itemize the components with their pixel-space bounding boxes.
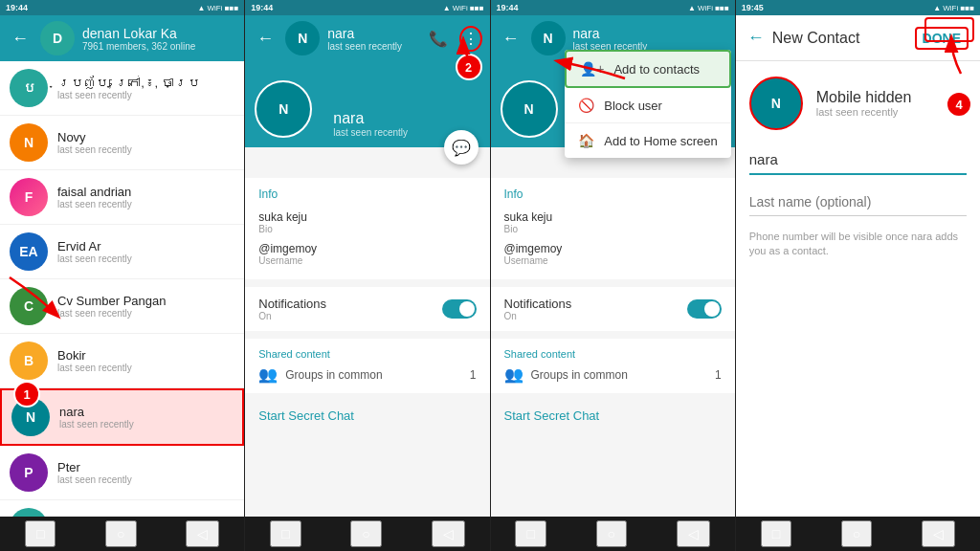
list-item[interactable]: P Pter last seen recently [0, 446, 244, 500]
more-button[interactable]: ⋮ [459, 26, 482, 52]
list-item[interactable]: C Cv Sumber Pangan last seen recently [0, 279, 244, 334]
bio-row: suka keju Bio [258, 207, 476, 238]
contact-info: Bokir last seen recently [57, 348, 132, 373]
profile-avatar-top: N [285, 21, 320, 55]
panel-group-list: 19:44 ▲ WiFi ■■■ ← D denan Lokar Ka 7961… [0, 0, 245, 551]
avatar: N [10, 123, 48, 162]
avatar: L [10, 508, 48, 517]
notif-text: Notifications On [258, 297, 326, 321]
new-contact-last-seen: last seen recently [816, 106, 912, 118]
list-item[interactable]: EA Ervid Ar last seen recently [0, 225, 244, 279]
profile-avatar-pic: N [256, 82, 310, 136]
shared-section-3: Shared content 👥 Groups in common 1 [491, 339, 735, 393]
new-contact-top-bar: ← New Contact DONE [736, 15, 980, 61]
info-label-3: Info [504, 187, 722, 201]
groups-row-3: 👥 Groups in common 1 [504, 365, 722, 384]
list-item[interactable]: ប ប្រញ័ប, ក្រៅ, ៖, ចាប្រ last seen recen… [0, 61, 244, 116]
profile-last-seen: last seen recently [333, 127, 408, 138]
info-section: Info suka keju Bio @imgemoy Username [245, 178, 489, 279]
circle-button[interactable]: ○ [105, 520, 136, 547]
panel-dropdown: 19:44 ▲ WiFi ■■■ ← N nara last seen rece… [491, 0, 736, 551]
new-contact-display-name: Mobile hidden [816, 89, 912, 106]
call-button[interactable]: 📞 [427, 28, 450, 50]
profile-avatar-pic-3: N [502, 82, 556, 136]
back-button-3[interactable]: ← [499, 29, 523, 49]
contact-info: Ervid Ar last seen recently [57, 239, 132, 264]
new-contact-avatar: N [749, 77, 803, 130]
bottom-nav-4: □ ○ ◁ [736, 517, 980, 551]
secret-chat-link[interactable]: Start Secret Chat [258, 408, 354, 423]
add-contacts-label: Add to contacts [613, 62, 700, 77]
username-value-3: @imgemoy Username [504, 242, 563, 266]
contact-info: Novy last seen recently [57, 130, 132, 155]
notifications-toggle[interactable] [442, 299, 477, 319]
done-button[interactable]: DONE [915, 27, 969, 50]
avatar: B [10, 342, 48, 380]
list-item[interactable]: N Novy last seen recently [0, 116, 244, 170]
profile-sub-top: last seen recently [327, 41, 418, 52]
first-name-input[interactable] [749, 145, 967, 175]
contact-list: ប ប្រញ័ប, ក្រៅ, ៖, ចាប្រ last seen recen… [0, 61, 244, 517]
list-item[interactable]: B Bokir last seen recently [0, 334, 244, 388]
phone-hint: Phone number will be visible once nara a… [749, 230, 967, 259]
list-item[interactable]: F faisal andrian last seen recently [0, 170, 244, 225]
shared-label-3: Shared content [504, 348, 722, 360]
back-button-4[interactable]: ← [747, 28, 765, 48]
block-user-item[interactable]: 🚫 Block user [565, 88, 731, 123]
profile-name: nara [333, 110, 408, 127]
info-section-3: Info suka keju Bio @imgemoy Username [491, 178, 735, 279]
info-label: Info [258, 187, 476, 201]
contact-info: ប្រញ័ប, ក្រៅ, ៖, ចាប្រ last seen recentl… [57, 76, 200, 100]
groups-count-3: 1 [715, 368, 722, 382]
notifications-toggle-3[interactable] [687, 299, 722, 319]
circle-button-4[interactable]: ○ [841, 520, 872, 547]
status-icons-4: ▲ WiFi ■■■ [933, 4, 974, 12]
notif-sub-3: On [504, 311, 572, 321]
contact-name: ប្រញ័ប, ក្រៅ, ៖, ចាប្រ [57, 76, 200, 90]
circle-button-3[interactable]: ○ [596, 520, 627, 547]
profile-avatar: N [255, 80, 312, 138]
add-home-item[interactable]: 🏠 Add to Home screen [565, 123, 731, 158]
circle-button-2[interactable]: ○ [350, 520, 381, 547]
username-row-3: @imgemoy Username [504, 238, 722, 270]
home-button-3[interactable]: □ [515, 520, 546, 547]
profile-title-area-3: nara last seen recently [573, 26, 727, 52]
last-name-input[interactable] [749, 188, 967, 216]
bottom-nav-3: □ ○ ◁ [491, 517, 735, 551]
message-button[interactable]: 💬 [444, 130, 479, 165]
new-contact-user-info: Mobile hidden last seen recently [816, 89, 912, 118]
notifications-row-3: Notifications On [491, 287, 735, 331]
back-button-2[interactable]: ← [253, 29, 278, 49]
contact-name: Novy [57, 130, 132, 144]
contact-name: Cv Sumber Pangan [57, 294, 166, 308]
back-nav-button[interactable]: ◁ [186, 520, 219, 547]
add-home-label: Add to Home screen [604, 134, 718, 148]
avatar: ប [10, 69, 48, 107]
back-button-1[interactable]: ← [8, 29, 33, 49]
profile-avatar-3: N [501, 80, 558, 138]
profile-avatar-top-3: N [531, 21, 566, 55]
home-button-2[interactable]: □ [270, 520, 301, 547]
secret-chat-3: Start Secret Chat [491, 393, 735, 437]
home-button[interactable]: □ [25, 520, 56, 547]
status-icons-2: ▲ WiFi ■■■ [443, 4, 484, 12]
username-value: @imgemoy Username [258, 242, 317, 266]
status-icons-1: ▲ WiFi ■■■ [197, 4, 238, 12]
new-contact-form: Phone number will be visible once nara a… [736, 145, 980, 259]
dropdown-menu: 👤+ Add to contacts 🚫 Block user 🏠 Add to… [565, 50, 731, 158]
avatar: P [10, 453, 48, 492]
status-icons-3: ▲ WiFi ■■■ [688, 4, 729, 12]
groups-text-3: Groups in common [531, 368, 708, 382]
back-nav-button-2[interactable]: ◁ [432, 520, 465, 547]
contact-info: faisal andrian last seen recently [57, 185, 132, 209]
add-to-contacts-item[interactable]: 👤+ Add to contacts [565, 50, 731, 88]
secret-chat-link-3[interactable]: Start Secret Chat [504, 408, 600, 423]
back-nav-button-4[interactable]: ◁ [922, 520, 955, 547]
contact-name: nara [59, 405, 134, 419]
groups-row: 👥 Groups in common 1 [258, 365, 476, 384]
list-item[interactable]: L Langit Sore last seen recently Admin [0, 500, 244, 517]
back-nav-button-3[interactable]: ◁ [677, 520, 710, 547]
status-bar-2: 19:44 ▲ WiFi ■■■ [245, 0, 489, 15]
home-button-4[interactable]: □ [761, 520, 791, 547]
avatar: C [10, 287, 48, 325]
